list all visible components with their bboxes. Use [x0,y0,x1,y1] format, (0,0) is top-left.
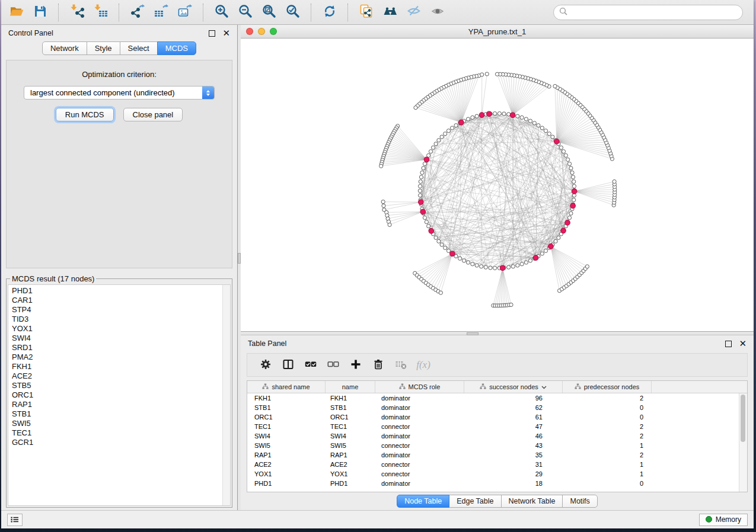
table-scrollbar[interactable] [739,393,747,492]
scrollbar-thumb[interactable] [741,395,745,442]
zoom-in-button[interactable] [212,3,232,22]
import-table-button[interactable] [91,3,111,22]
tab-style[interactable]: Style [87,41,120,55]
mcds-node-item[interactable]: FKH1 [12,362,230,371]
table-row[interactable]: STB1STB1dominator620 [247,403,747,412]
table-row[interactable]: RAP1RAP1dominator352 [247,450,747,460]
export-table-icon [154,4,169,21]
delete-column-button[interactable] [367,356,390,374]
table-row[interactable]: YOX1YOX1connector291 [247,469,747,479]
tab-node-table[interactable]: Node Table [397,495,449,508]
memory-button[interactable]: Memory [699,514,748,526]
minimize-window-icon[interactable] [258,28,265,35]
mcds-node-item[interactable]: TID3 [12,315,230,324]
mcds-node-item[interactable]: STP4 [12,305,230,315]
table-row[interactable]: SWI5SWI5connector431 [247,441,747,450]
zoom-window-icon[interactable] [270,28,277,35]
toggle-columns-button[interactable] [277,356,299,374]
close-panel-icon[interactable]: ✕ [222,30,230,36]
tab-mcds[interactable]: MCDS [157,41,196,55]
hide-selected-button[interactable] [404,3,424,22]
mcds-node-item[interactable]: SRD1 [12,343,230,352]
mcds-node-item[interactable]: RAP1 [12,400,230,409]
horizontal-splitter[interactable] [241,331,754,335]
add-column-button[interactable] [344,356,367,374]
mcds-node-item[interactable]: ACE2 [12,371,230,381]
column-label: successor nodes [489,383,538,390]
column-label: shared name [272,383,310,390]
mcds-node-item[interactable]: CAR1 [12,296,230,305]
table-toolbar: f(x) [247,353,748,377]
mcds-node-item[interactable]: SWI5 [12,419,230,428]
mcds-list-scrollbar[interactable] [222,285,230,505]
toolbar-buttons [5,3,449,22]
zoom-out-icon [238,4,253,21]
select-all-button[interactable] [299,356,322,374]
column-header-shared-name[interactable]: shared name [247,381,326,393]
network-window-titlebar[interactable]: YPA_prune.txt_1 [241,25,754,39]
copy-network-button[interactable] [356,3,377,22]
float-panel-icon[interactable] [725,341,732,347]
memory-status-icon [706,516,712,523]
optimization-criterion-label: Optimization criterion: [7,70,232,79]
close-panel-icon[interactable]: ✕ [739,341,747,347]
column-header-successor-nodes[interactable]: successor nodes [464,381,563,393]
tab-network[interactable]: Network [42,41,87,55]
mcds-node-item[interactable]: PHD1 [12,286,230,296]
column-header-predecessor-nodes[interactable]: predecessor nodes [563,381,652,393]
mcds-node-item[interactable]: STB5 [12,381,230,390]
save-session-button[interactable] [30,3,50,22]
tab-network-table[interactable]: Network Table [501,495,563,508]
export-table-button[interactable] [151,3,171,22]
first-neighbors-button[interactable] [380,3,400,22]
table-settings-button[interactable] [254,356,277,374]
export-image-button[interactable] [175,3,195,22]
tab-motifs[interactable]: Motifs [562,495,597,508]
mcds-node-item[interactable]: TEC1 [12,428,230,438]
import-network-icon [69,4,85,21]
add-column-icon [350,358,362,372]
table-row[interactable]: ORC1ORC1dominator610 [247,412,747,422]
optimization-criterion-select[interactable]: largest connected component (undirected) [24,86,215,100]
mcds-node-item[interactable]: SWI4 [12,334,230,343]
mcds-node-item[interactable]: ORC1 [12,390,230,400]
export-image-icon [177,4,193,21]
deselect-all-button[interactable] [322,356,344,374]
import-network-button[interactable] [67,3,87,22]
table-header-row: shared namenameMCDS rolesuccessor nodesp… [247,381,747,393]
search-input[interactable] [572,7,737,17]
table-row[interactable]: TEC1TEC1connector472 [247,422,747,431]
table-row[interactable]: ACE2ACE2connector311 [247,460,747,469]
open-file-button[interactable] [7,3,27,22]
run-mcds-button[interactable]: Run MCDS [56,108,114,121]
zoom-fit-button[interactable] [259,3,279,22]
zoom-out-button[interactable] [235,3,256,22]
zoom-in-icon [214,4,229,21]
close-panel-button[interactable]: Close panel [123,108,183,121]
mcds-node-item[interactable]: STB1 [12,409,230,419]
export-network-button[interactable] [127,3,148,22]
show-all-button[interactable] [428,3,448,22]
mcds-node-item[interactable]: PMA2 [12,352,230,362]
column-header-name[interactable]: name [326,381,375,393]
refresh-button[interactable] [320,3,340,22]
float-panel-icon[interactable] [209,30,215,37]
search-box[interactable] [553,5,743,20]
toolbar-separator [311,4,312,21]
network-graph[interactable] [241,39,754,331]
tab-edge-table[interactable]: Edge Table [449,495,501,508]
mcds-node-item[interactable]: GCR1 [12,438,230,447]
column-header-MCDS-role[interactable]: MCDS role [375,381,464,393]
network-canvas[interactable] [241,39,754,331]
mcds-result-list[interactable]: PHD1CAR1STP4TID3YOX1SWI4SRD1PMA2FKH1ACE2… [8,284,231,506]
table-row[interactable]: SWI4SWI4dominator462 [247,431,747,441]
zoom-selected-button[interactable] [283,3,303,22]
splitter-grip[interactable] [467,332,479,335]
close-window-icon[interactable] [246,28,253,35]
table-row[interactable]: PHD1PHD1dominator180 [247,479,747,488]
tab-select[interactable]: Select [120,41,158,55]
task-history-button[interactable] [7,514,23,526]
status-bar: Memory [1,510,754,528]
mcds-node-item[interactable]: YOX1 [12,324,230,334]
table-row[interactable]: FKH1FKH1dominator962 [247,393,747,403]
